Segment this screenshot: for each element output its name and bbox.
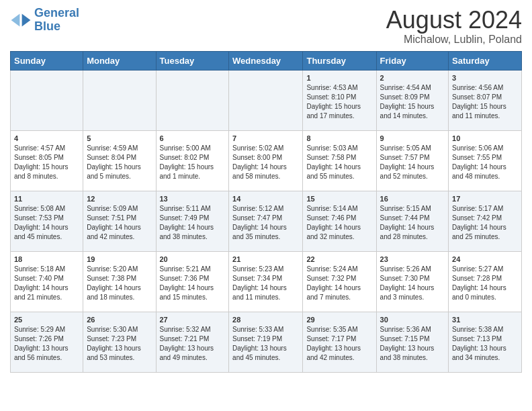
calendar-day-cell: 24Sunrise: 5:27 AM Sunset: 7:28 PM Dayli…	[449, 251, 522, 312]
day-info: Sunrise: 5:12 AM Sunset: 7:47 PM Dayligh…	[232, 204, 299, 242]
calendar-day-cell: 30Sunrise: 5:36 AM Sunset: 7:15 PM Dayli…	[376, 312, 448, 372]
day-info: Sunrise: 4:56 AM Sunset: 8:07 PM Dayligh…	[452, 83, 518, 121]
day-info: Sunrise: 5:33 AM Sunset: 7:19 PM Dayligh…	[232, 325, 299, 363]
day-info: Sunrise: 5:18 AM Sunset: 7:40 PM Dayligh…	[14, 265, 79, 302]
calendar-day-cell: 22Sunrise: 5:24 AM Sunset: 7:32 PM Dayli…	[303, 251, 376, 312]
calendar-week-row: 11Sunrise: 5:08 AM Sunset: 7:53 PM Dayli…	[11, 191, 522, 251]
day-number: 29	[306, 316, 372, 324]
svg-marker-0	[22, 13, 31, 26]
day-info: Sunrise: 5:27 AM Sunset: 7:28 PM Dayligh…	[452, 265, 518, 302]
day-number: 2	[380, 74, 445, 82]
day-info: Sunrise: 5:20 AM Sunset: 7:38 PM Dayligh…	[87, 265, 152, 302]
title-area: August 2024 Michalow, Lublin, Poland	[386, 7, 522, 46]
calendar-day-cell: 31Sunrise: 5:38 AM Sunset: 7:13 PM Dayli…	[449, 312, 522, 372]
calendar-day-cell: 9Sunrise: 5:05 AM Sunset: 7:57 PM Daylig…	[376, 130, 448, 191]
calendar-week-row: 25Sunrise: 5:29 AM Sunset: 7:26 PM Dayli…	[11, 312, 522, 372]
calendar-day-cell: 4Sunrise: 4:57 AM Sunset: 8:05 PM Daylig…	[11, 130, 83, 191]
calendar-week-row: 1Sunrise: 4:53 AM Sunset: 8:10 PM Daylig…	[11, 70, 522, 130]
day-number: 24	[452, 255, 518, 263]
day-info: Sunrise: 5:35 AM Sunset: 7:17 PM Dayligh…	[306, 325, 372, 363]
day-number: 26	[87, 316, 152, 324]
day-number: 12	[87, 195, 152, 203]
calendar-day-cell: 13Sunrise: 5:11 AM Sunset: 7:49 PM Dayli…	[156, 191, 229, 251]
day-info: Sunrise: 5:05 AM Sunset: 7:57 PM Dayligh…	[380, 144, 445, 181]
day-number: 15	[306, 195, 372, 203]
day-info: Sunrise: 5:06 AM Sunset: 7:55 PM Dayligh…	[452, 144, 518, 181]
day-info: Sunrise: 5:21 AM Sunset: 7:36 PM Dayligh…	[160, 265, 226, 302]
day-number: 13	[160, 195, 226, 203]
day-info: Sunrise: 5:02 AM Sunset: 8:00 PM Dayligh…	[232, 144, 299, 181]
calendar-day-cell: 23Sunrise: 5:26 AM Sunset: 7:30 PM Dayli…	[376, 251, 448, 312]
day-number: 4	[14, 134, 79, 142]
day-info: Sunrise: 5:29 AM Sunset: 7:26 PM Dayligh…	[14, 325, 79, 363]
calendar-day-cell: 27Sunrise: 5:32 AM Sunset: 7:21 PM Dayli…	[156, 312, 229, 372]
day-number: 18	[14, 255, 79, 263]
day-number: 30	[380, 316, 445, 324]
day-info: Sunrise: 4:54 AM Sunset: 8:09 PM Dayligh…	[380, 83, 445, 121]
calendar-day-cell: 5Sunrise: 4:59 AM Sunset: 8:04 PM Daylig…	[83, 130, 156, 191]
weekday-header: Thursday	[303, 51, 376, 70]
day-number: 28	[232, 316, 299, 324]
calendar-day-cell: 12Sunrise: 5:09 AM Sunset: 7:51 PM Dayli…	[83, 191, 156, 251]
day-info: Sunrise: 4:53 AM Sunset: 8:10 PM Dayligh…	[306, 83, 372, 121]
logo: General Blue	[10, 7, 79, 34]
calendar-day-cell: 11Sunrise: 5:08 AM Sunset: 7:53 PM Dayli…	[11, 191, 83, 251]
logo-blue: Blue	[34, 19, 60, 33]
day-number: 8	[306, 134, 372, 142]
day-info: Sunrise: 5:15 AM Sunset: 7:44 PM Dayligh…	[380, 204, 445, 242]
calendar-day-cell: 25Sunrise: 5:29 AM Sunset: 7:26 PM Dayli…	[11, 312, 83, 372]
day-info: Sunrise: 5:17 AM Sunset: 7:42 PM Dayligh…	[452, 204, 518, 242]
logo-icon	[10, 9, 32, 31]
calendar-day-cell	[11, 70, 83, 130]
day-info: Sunrise: 4:57 AM Sunset: 8:05 PM Dayligh…	[14, 144, 79, 181]
day-info: Sunrise: 5:08 AM Sunset: 7:53 PM Dayligh…	[14, 204, 79, 242]
calendar-day-cell: 26Sunrise: 5:30 AM Sunset: 7:23 PM Dayli…	[83, 312, 156, 372]
calendar-day-cell: 19Sunrise: 5:20 AM Sunset: 7:38 PM Dayli…	[83, 251, 156, 312]
day-info: Sunrise: 5:09 AM Sunset: 7:51 PM Dayligh…	[87, 204, 152, 242]
calendar-day-cell: 18Sunrise: 5:18 AM Sunset: 7:40 PM Dayli…	[11, 251, 83, 312]
weekday-header: Tuesday	[156, 51, 229, 70]
day-number: 27	[160, 316, 226, 324]
calendar-day-cell: 1Sunrise: 4:53 AM Sunset: 8:10 PM Daylig…	[303, 70, 376, 130]
calendar-day-cell: 28Sunrise: 5:33 AM Sunset: 7:19 PM Dayli…	[229, 312, 303, 372]
weekday-header: Wednesday	[229, 51, 303, 70]
calendar-day-cell: 3Sunrise: 4:56 AM Sunset: 8:07 PM Daylig…	[449, 70, 522, 130]
subtitle: Michalow, Lublin, Poland	[386, 34, 522, 46]
calendar-day-cell	[83, 70, 156, 130]
day-info: Sunrise: 5:03 AM Sunset: 7:58 PM Dayligh…	[306, 144, 372, 181]
day-number: 19	[87, 255, 152, 263]
day-info: Sunrise: 5:14 AM Sunset: 7:46 PM Dayligh…	[306, 204, 372, 242]
calendar-day-cell: 29Sunrise: 5:35 AM Sunset: 7:17 PM Dayli…	[303, 312, 376, 372]
day-number: 17	[452, 195, 518, 203]
calendar-day-cell	[156, 70, 229, 130]
calendar-day-cell: 21Sunrise: 5:23 AM Sunset: 7:34 PM Dayli…	[229, 251, 303, 312]
day-number: 25	[14, 316, 79, 324]
calendar-day-cell: 16Sunrise: 5:15 AM Sunset: 7:44 PM Dayli…	[376, 191, 448, 251]
calendar-day-cell: 6Sunrise: 5:00 AM Sunset: 8:02 PM Daylig…	[156, 130, 229, 191]
page: General Blue August 2024 Michalow, Lubli…	[0, 0, 532, 383]
calendar-week-row: 18Sunrise: 5:18 AM Sunset: 7:40 PM Dayli…	[11, 251, 522, 312]
svg-marker-1	[11, 13, 20, 26]
day-number: 31	[452, 316, 518, 324]
day-info: Sunrise: 5:38 AM Sunset: 7:13 PM Dayligh…	[452, 325, 518, 363]
calendar-day-cell: 10Sunrise: 5:06 AM Sunset: 7:55 PM Dayli…	[449, 130, 522, 191]
day-number: 11	[14, 195, 79, 203]
day-info: Sunrise: 5:24 AM Sunset: 7:32 PM Dayligh…	[306, 265, 372, 302]
day-info: Sunrise: 5:36 AM Sunset: 7:15 PM Dayligh…	[380, 325, 445, 363]
day-number: 7	[232, 134, 299, 142]
day-info: Sunrise: 5:00 AM Sunset: 8:02 PM Dayligh…	[160, 144, 226, 181]
calendar-day-cell: 7Sunrise: 5:02 AM Sunset: 8:00 PM Daylig…	[229, 130, 303, 191]
day-number: 21	[232, 255, 299, 263]
calendar-day-cell: 20Sunrise: 5:21 AM Sunset: 7:36 PM Dayli…	[156, 251, 229, 312]
day-number: 14	[232, 195, 299, 203]
calendar-day-cell: 14Sunrise: 5:12 AM Sunset: 7:47 PM Dayli…	[229, 191, 303, 251]
day-number: 20	[160, 255, 226, 263]
weekday-header: Friday	[376, 51, 448, 70]
calendar-day-cell: 8Sunrise: 5:03 AM Sunset: 7:58 PM Daylig…	[303, 130, 376, 191]
calendar-day-cell: 17Sunrise: 5:17 AM Sunset: 7:42 PM Dayli…	[449, 191, 522, 251]
calendar-day-cell: 2Sunrise: 4:54 AM Sunset: 8:09 PM Daylig…	[376, 70, 448, 130]
logo-text: General Blue	[34, 7, 79, 34]
day-number: 16	[380, 195, 445, 203]
day-number: 23	[380, 255, 445, 263]
day-number: 9	[380, 134, 445, 142]
